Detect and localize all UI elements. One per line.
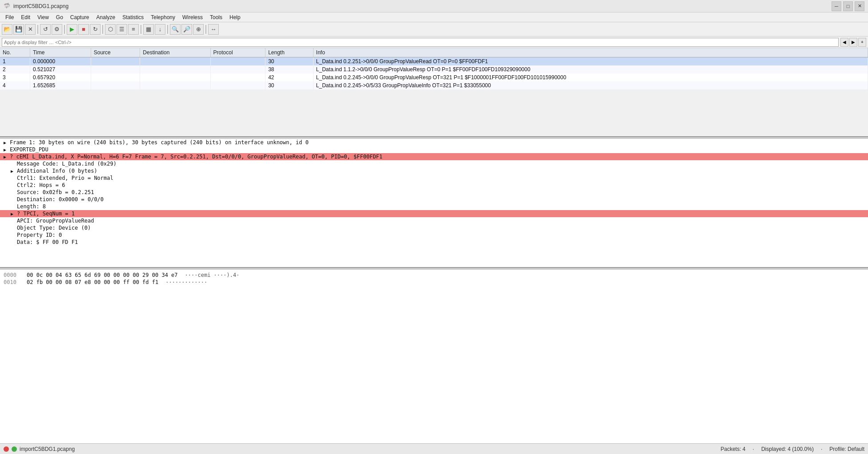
menu-item-analyze[interactable]: Analyze: [93, 13, 119, 21]
filter-arrow-left[interactable]: ◀: [840, 38, 848, 47]
title-left: 🦈 importC5BDG1.pcapng: [4, 3, 68, 10]
toolbar-separator-2: [64, 25, 65, 34]
detail-row[interactable]: Length: 8: [0, 203, 868, 210]
cell-time: 1.652685: [30, 81, 91, 89]
hex-row[interactable]: 000000 0c 00 04 63 65 6d 69 00 00 00 00 …: [4, 272, 864, 279]
detail-row[interactable]: Ctrl2: Hops = 6: [0, 182, 868, 189]
filter-controls: ◀ ▶ +: [840, 38, 866, 47]
menu-item-statistics[interactable]: Statistics: [119, 13, 147, 21]
zoom-in-button[interactable]: 🔍: [170, 24, 181, 35]
table-row[interactable]: 20.52102738L_Data.ind 1.1.2->0/0/0 Group…: [0, 65, 868, 73]
detail-row[interactable]: Property ID: 0: [0, 231, 868, 239]
display-filter-button[interactable]: ⬡: [105, 24, 116, 35]
detail-text: Object Type: Device (0): [17, 225, 91, 231]
expand-icon[interactable]: ▶: [11, 169, 16, 174]
detail-row[interactable]: Source: 0x02fb = 0.2.251: [0, 189, 868, 196]
cell-no: 4: [0, 81, 30, 89]
toolbar: 📂 💾 ✕ ↺ ⚙ ▶ ■ ↻ ⬡ ☰ ≡ ▦ ↓ 🔍 🔎 ⊕ ↔: [0, 22, 868, 36]
minimize-button[interactable]: ─: [832, 1, 841, 11]
packet-detail-pane[interactable]: ▶Frame 1: 30 bytes on wire (240 bits), 3…: [0, 139, 868, 268]
cell-info: L_Data.ind 0.2.245->0/0/0 GroupPropValue…: [313, 73, 868, 81]
table-row[interactable]: 10.00000030L_Data.ind 0.2.251->0/0/0 Gro…: [0, 57, 868, 66]
cell-source: [91, 65, 140, 73]
detail-row[interactable]: ▶? cEMI L_Data.ind, X P=Normal, H=6 F=7 …: [0, 153, 868, 160]
auto-scroll-button[interactable]: ↓: [155, 24, 165, 35]
detail-text: Property ID: 0: [17, 232, 62, 238]
close-file-button[interactable]: ✕: [25, 24, 36, 35]
toolbar-separator-5: [167, 25, 168, 34]
reload-button[interactable]: ↺: [40, 24, 51, 35]
resize-cols-button[interactable]: ↔: [208, 24, 219, 35]
status-profile: Profile: Default: [829, 446, 864, 452]
expand-icon[interactable]: ▶: [11, 211, 16, 216]
colorize-button[interactable]: ▦: [143, 24, 154, 35]
filter-bar: ◀ ▶ +: [0, 36, 868, 48]
filter-add-button[interactable]: +: [858, 38, 866, 47]
cell-info: L_Data.ind 1.1.2->0/0/0 GroupPropValueRe…: [313, 65, 868, 73]
col-header-protocol[interactable]: Protocol: [210, 48, 265, 57]
capture-options-button[interactable]: ⚙: [52, 24, 62, 35]
cell-info: L_Data.ind 0.2.245->0/5/33 GroupPropValu…: [313, 81, 868, 89]
close-button[interactable]: ✕: [855, 1, 864, 11]
maximize-button[interactable]: □: [843, 1, 853, 11]
detail-row[interactable]: ▶Frame 1: 30 bytes on wire (240 bits), 3…: [0, 139, 868, 146]
save-file-button[interactable]: 💾: [13, 24, 24, 35]
packet-list-pane[interactable]: No. Time Source Destination Protocol Len…: [0, 48, 868, 137]
hex-row[interactable]: 001002 fb 00 00 08 07 e8 00 00 00 ff 00 …: [4, 279, 864, 286]
menu-bar: FileEditViewGoCaptureAnalyzeStatisticsTe…: [0, 12, 868, 22]
status-separator-1: ·: [753, 446, 754, 452]
cell-protocol: [210, 57, 265, 66]
detail-row[interactable]: ▶? TPCI, SeqNum = 1: [0, 210, 868, 217]
detail-button[interactable]: ≡: [128, 24, 139, 35]
detail-row[interactable]: APCI: GroupPropValueRead: [0, 217, 868, 224]
cell-destination: [140, 57, 210, 66]
col-header-destination[interactable]: Destination: [140, 48, 210, 57]
detail-row[interactable]: Message Code: L_Data.ind (0x29): [0, 160, 868, 167]
detail-row[interactable]: Destination: 0x0000 = 0/0/0: [0, 196, 868, 203]
list-button[interactable]: ☰: [117, 24, 127, 35]
zoom-out-button[interactable]: 🔎: [181, 24, 192, 35]
detail-row[interactable]: Data: $ FF 00 FD F1: [0, 239, 868, 246]
menu-item-file[interactable]: File: [2, 13, 17, 21]
menu-item-edit[interactable]: Edit: [17, 13, 34, 21]
detail-row[interactable]: ▶EXPORTED_PDU: [0, 146, 868, 153]
menu-item-tools[interactable]: Tools: [206, 13, 226, 21]
toolbar-separator-3: [102, 25, 103, 34]
col-header-time[interactable]: Time: [30, 48, 91, 57]
packet-table-body: 10.00000030L_Data.ind 0.2.251->0/0/0 Gro…: [0, 57, 868, 90]
restart-capture-button[interactable]: ↻: [90, 24, 100, 35]
open-file-button[interactable]: 📂: [2, 24, 12, 35]
start-capture-button[interactable]: ▶: [67, 24, 77, 35]
zoom-reset-button[interactable]: ⊕: [193, 24, 204, 35]
col-header-source[interactable]: Source: [91, 48, 140, 57]
col-header-length[interactable]: Length: [265, 48, 313, 57]
hex-bytes: 02 fb 00 00 08 07 e8 00 00 00 ff 00 fd f…: [27, 279, 158, 285]
filter-arrow-right[interactable]: ▶: [849, 38, 857, 47]
menu-item-telephony[interactable]: Telephony: [147, 13, 179, 21]
menu-item-capture[interactable]: Capture: [67, 13, 93, 21]
detail-text: EXPORTED_PDU: [10, 146, 48, 153]
expand-icon[interactable]: ▶: [4, 140, 9, 145]
expand-icon[interactable]: ▶: [4, 147, 9, 152]
table-row[interactable]: 30.65792042L_Data.ind 0.2.245->0/0/0 Gro…: [0, 73, 868, 81]
menu-item-wireless[interactable]: Wireless: [179, 13, 206, 21]
window-controls: ─ □ ✕: [832, 1, 864, 11]
col-header-info[interactable]: Info: [313, 48, 868, 57]
expand-icon[interactable]: ▶: [4, 154, 9, 159]
menu-item-view[interactable]: View: [34, 13, 52, 21]
col-header-no[interactable]: No.: [0, 48, 30, 57]
menu-item-go[interactable]: Go: [52, 13, 67, 21]
status-displayed: Displayed: 4 (100.0%): [761, 446, 814, 452]
detail-text: Source: 0x02fb = 0.2.251: [17, 189, 94, 195]
detail-row[interactable]: ▶Additional Info (0 bytes): [0, 167, 868, 174]
stop-capture-button[interactable]: ■: [78, 24, 89, 35]
menu-item-help[interactable]: Help: [226, 13, 244, 21]
table-row[interactable]: 41.65268530L_Data.ind 0.2.245->0/5/33 Gr…: [0, 81, 868, 89]
display-filter-input[interactable]: [2, 38, 839, 47]
table-header-row: No. Time Source Destination Protocol Len…: [0, 48, 868, 57]
cell-info: L_Data.ind 0.2.251->0/0/0 GroupPropValue…: [313, 57, 868, 66]
detail-row[interactable]: Ctrl1: Extended, Prio = Normal: [0, 174, 868, 182]
cell-destination: [140, 73, 210, 81]
hex-dump-pane[interactable]: 000000 0c 00 04 63 65 6d 69 00 00 00 00 …: [0, 270, 868, 443]
detail-row[interactable]: Object Type: Device (0): [0, 224, 868, 231]
